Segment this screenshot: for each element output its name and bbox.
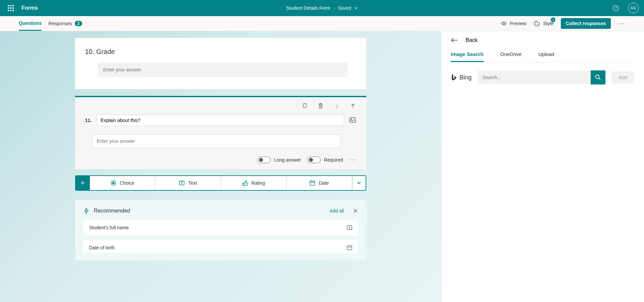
long-answer-label: Long answer	[274, 157, 301, 163]
copy-icon[interactable]	[301, 103, 308, 109]
recommended-item[interactable]: Student's full name T	[83, 220, 358, 236]
more-options-icon[interactable]: ···	[618, 20, 625, 27]
svg-text:T: T	[348, 226, 351, 230]
svg-rect-19	[347, 246, 352, 250]
svg-text:?: ?	[615, 6, 617, 10]
panel-tab-upload[interactable]: Upload	[538, 51, 554, 62]
recommended-item-label: Student's full name	[89, 225, 129, 230]
svg-rect-13	[310, 181, 315, 185]
arrow-left-icon	[451, 38, 458, 43]
type-choice-label: Choice	[120, 180, 135, 186]
app-launcher-icon[interactable]	[5, 3, 16, 13]
saved-status: Saved	[338, 5, 351, 11]
question-10[interactable]: 10. Grade	[75, 38, 366, 89]
type-text-button[interactable]: T Text	[155, 176, 221, 190]
back-label: Back	[466, 37, 478, 43]
svg-point-4	[536, 24, 536, 25]
required-label: Required	[324, 157, 343, 163]
question-11-answer-input[interactable]	[92, 134, 341, 148]
move-up-icon[interactable]	[350, 103, 356, 109]
type-rating-button[interactable]: Rating	[221, 176, 287, 190]
move-down-icon[interactable]	[333, 103, 340, 109]
calendar-type-icon	[347, 245, 352, 250]
question-11-title-input[interactable]	[96, 115, 344, 126]
svg-point-3	[535, 22, 536, 23]
calendar-icon	[309, 180, 315, 186]
form-title[interactable]: Student Details Form	[286, 5, 330, 11]
type-rating-label: Rating	[252, 180, 265, 186]
svg-point-10	[112, 182, 114, 184]
avatar-initials: AG	[630, 6, 636, 10]
svg-point-21	[596, 75, 599, 79]
question-more-icon[interactable]: ···	[349, 156, 356, 163]
responses-count-badge: 2	[75, 21, 83, 26]
panel-tab-onedrive[interactable]: OneDrive	[500, 51, 522, 62]
recommended-panel: Recommended Add all Student's full name …	[75, 200, 366, 260]
type-choice-button[interactable]: Choice	[90, 176, 156, 190]
add-question-button[interactable]: +	[76, 176, 90, 190]
tab-questions[interactable]: Questions	[19, 16, 42, 31]
tab-responses-label: Responses	[48, 21, 72, 26]
tab-questions-label: Questions	[19, 20, 42, 26]
add-all-button[interactable]: Add all	[330, 208, 344, 214]
preview-label: Preview	[509, 21, 526, 26]
image-search-panel: Back Image Search OneDrive Upload Bing A…	[441, 31, 644, 302]
recommended-list[interactable]: Student's full name T Date of birth	[83, 220, 358, 253]
search-button[interactable]	[591, 70, 605, 84]
text-type-icon: T	[347, 225, 352, 230]
avatar[interactable]: AG	[628, 3, 639, 13]
type-date-label: Date	[319, 180, 329, 186]
radio-icon	[110, 180, 116, 186]
style-button[interactable]: ✦ Style	[534, 20, 553, 27]
long-answer-toggle[interactable]: Long answer	[257, 157, 301, 163]
thumbs-up-icon	[242, 180, 248, 186]
panel-tab-image-search[interactable]: Image Search	[451, 51, 484, 62]
svg-text:T: T	[181, 181, 183, 185]
question-10-answer-input[interactable]	[98, 62, 347, 77]
svg-point-8	[351, 119, 352, 120]
help-icon[interactable]: ?	[610, 3, 621, 13]
type-date-button[interactable]: Date	[286, 176, 352, 190]
tab-responses[interactable]: Responses 2	[48, 16, 82, 31]
lightning-icon	[83, 207, 90, 214]
svg-rect-6	[303, 104, 306, 108]
svg-point-2	[503, 23, 505, 24]
recommended-title: Recommended	[94, 208, 130, 214]
bing-icon	[451, 74, 457, 81]
svg-rect-7	[350, 118, 356, 122]
question-11-number: 11.	[85, 118, 92, 123]
eye-icon	[501, 21, 507, 25]
image-search-input[interactable]	[478, 71, 591, 84]
type-more-button[interactable]	[352, 176, 366, 190]
preview-button[interactable]: Preview	[501, 21, 526, 26]
required-toggle[interactable]: Required	[307, 157, 343, 163]
close-icon[interactable]	[353, 208, 358, 214]
form-canvas[interactable]: 10. Grade 11.	[0, 31, 441, 302]
svg-point-5	[537, 24, 538, 25]
add-question-type-bar: + Choice T Text Rating Date	[75, 175, 366, 191]
chevron-down-icon	[357, 181, 361, 185]
palette-icon	[534, 20, 540, 27]
recommended-item[interactable]: Date of birth	[83, 240, 358, 253]
type-text-label: Text	[188, 180, 197, 186]
secondary-nav: Questions Responses 2 Preview ✦ Style Co…	[0, 16, 644, 31]
chevron-down-icon[interactable]	[354, 6, 358, 10]
recommended-item-label: Date of birth	[89, 245, 115, 250]
collect-responses-button[interactable]: Collect responses	[561, 18, 611, 29]
add-image-button: Add	[611, 71, 635, 83]
text-icon: T	[179, 180, 185, 186]
insert-media-icon[interactable]	[349, 117, 356, 124]
panel-back-button[interactable]: Back	[451, 37, 635, 43]
saved-separator: -	[334, 5, 335, 11]
app-header: Forms Student Details Form - Saved ? AG	[0, 0, 644, 16]
search-icon	[595, 74, 601, 80]
question-11-editor[interactable]: 11. Long answer Required ···	[75, 96, 366, 169]
delete-icon[interactable]	[317, 103, 324, 109]
style-notification-dot: ✦	[551, 17, 555, 22]
header-title-group: Student Details Form - Saved	[286, 5, 358, 11]
question-10-label: 10. Grade	[85, 48, 356, 56]
brand-label: Forms	[21, 5, 38, 11]
svg-line-22	[599, 78, 600, 80]
bing-logo: Bing	[451, 74, 472, 81]
bing-label: Bing	[460, 74, 472, 81]
